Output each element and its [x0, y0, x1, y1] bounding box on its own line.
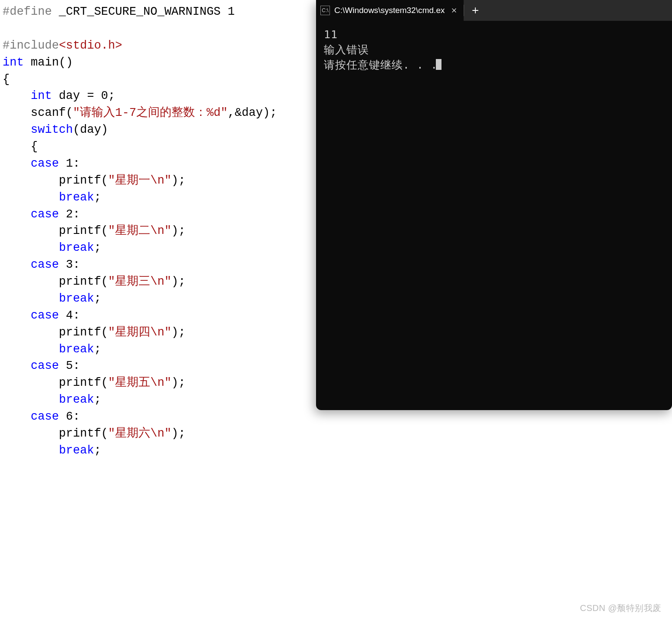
- code-line: case 2:: [3, 206, 313, 223]
- code-line: printf("星期六\n");: [3, 425, 313, 442]
- terminal-tab-title: C:\Windows\system32\cmd.ex: [334, 6, 445, 15]
- code-line: {: [3, 138, 313, 155]
- code-line: printf("星期四\n");: [3, 324, 313, 341]
- code-line: [3, 20, 313, 37]
- code-line: #include<stdio.h>: [3, 37, 313, 54]
- code-line: printf("星期一\n");: [3, 172, 313, 189]
- code-line: printf("星期五\n");: [3, 375, 313, 391]
- terminal-line: 请按任意键继续. . .: [324, 57, 664, 72]
- code-line: int day = 0;: [3, 88, 313, 105]
- terminal-line: 输入错误: [324, 42, 664, 57]
- code-line: case 3:: [3, 256, 313, 273]
- code-line: break;: [3, 341, 313, 358]
- new-tab-button[interactable]: [464, 0, 487, 21]
- close-tab-button[interactable]: [449, 5, 459, 16]
- code-line: case 5:: [3, 358, 313, 375]
- code-line: switch(day): [3, 122, 313, 138]
- code-line: printf("星期二\n");: [3, 223, 313, 240]
- code-line: case 6:: [3, 408, 313, 425]
- terminal-titlebar: C:\ C:\Windows\system32\cmd.ex: [316, 0, 672, 21]
- code-line: printf("星期三\n");: [3, 273, 313, 290]
- code-line: break;: [3, 290, 313, 307]
- code-line: break;: [3, 391, 313, 408]
- watermark: CSDN @颓特别我废: [580, 602, 662, 614]
- code-line: break;: [3, 240, 313, 256]
- code-line: case 4:: [3, 307, 313, 324]
- code-line: #define _CRT_SECURE_NO_WARNINGS 1: [3, 3, 313, 20]
- code-line: int main(): [3, 54, 313, 71]
- code-line: break;: [3, 189, 313, 206]
- close-icon: [451, 7, 457, 13]
- code-editor[interactable]: #define _CRT_SECURE_NO_WARNINGS 1 #inclu…: [0, 0, 316, 621]
- cmd-icon: C:\: [320, 6, 330, 15]
- terminal-tab[interactable]: C:\ C:\Windows\system32\cmd.ex: [316, 0, 464, 21]
- terminal-line: 11: [324, 27, 664, 42]
- code-line: scanf("请输入1-7之间的整数：%d",&day);: [3, 105, 313, 122]
- code-line: case 1:: [3, 155, 313, 172]
- code-line: {: [3, 71, 313, 88]
- terminal-output[interactable]: 11输入错误请按任意键继续. . .: [316, 21, 672, 410]
- plus-icon: [471, 7, 479, 14]
- code-line: break;: [3, 442, 313, 459]
- terminal-window: C:\ C:\Windows\system32\cmd.ex 11输入错误请按任…: [316, 0, 672, 410]
